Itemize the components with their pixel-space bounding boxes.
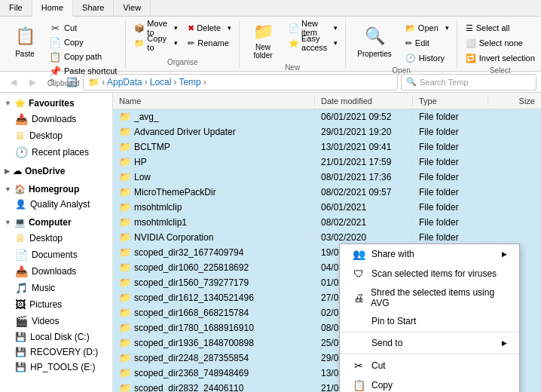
tab-file[interactable]: File: [0, 0, 32, 16]
paste-shortcut-icon: 📌: [49, 66, 61, 77]
context-menu-item[interactable]: 🖨 Shred the selected items using AVG: [340, 283, 519, 312]
context-menu-item[interactable]: Send to ▶: [340, 334, 519, 352]
search-bar[interactable]: 🔍 Search Temp: [401, 74, 536, 90]
context-menu-item[interactable]: 📋 Copy: [340, 375, 519, 392]
delete-arrow[interactable]: ▾: [225, 21, 234, 35]
breadcrumb-local[interactable]: Local: [150, 77, 172, 87]
favourites-star-icon: ⭐: [14, 98, 26, 109]
move-to-button[interactable]: 📦 Move to: [130, 21, 171, 35]
table-row[interactable]: 📁msohtmlclip06/01/2021File folder: [113, 200, 541, 215]
nav-onedrive-header[interactable]: ▶ ☁ OneDrive: [0, 164, 112, 179]
context-menu-item-label: Pin to Start: [371, 316, 416, 326]
nav-computer-c-drive[interactable]: 💾 Local Disk (C:): [0, 329, 112, 345]
nav-computer-documents[interactable]: 📄 Documents: [0, 247, 112, 263]
desktop-folder-icon: 🖥: [15, 130, 26, 142]
copy-path-icon: 📋: [49, 51, 61, 63]
context-menu-item[interactable]: ✂ Cut: [340, 356, 519, 375]
table-row[interactable]: 📁Advanced Driver Updater29/01/2021 19:20…: [113, 124, 541, 139]
copy-to-button[interactable]: 📁 Copy to: [130, 36, 171, 50]
context-menu-item-label: Share with: [371, 249, 414, 259]
videos-icon: 🎬: [15, 315, 28, 327]
file-folder-icon: 📁: [119, 322, 131, 333]
file-folder-icon: 📁: [119, 201, 131, 213]
table-row[interactable]: 📁_avg_06/01/2021 09:52File folder: [113, 109, 541, 124]
rename-button[interactable]: ✏ Rename: [184, 36, 234, 50]
search-placeholder: Search Temp: [420, 78, 469, 87]
comp-desktop-icon: 🖥: [15, 232, 26, 244]
move-to-split: 📦 Move to ▾: [130, 21, 181, 35]
easy-access-split: ⭐ Easy access ▾: [285, 36, 341, 50]
properties-icon: 🔍: [362, 24, 387, 48]
select-all-button[interactable]: ☰ Select all: [462, 21, 539, 35]
nav-computer-music[interactable]: 🎵 Music: [0, 280, 112, 296]
file-folder-icon: 📁: [119, 382, 131, 392]
nav-section-favourites: ▼ ⭐ Favourites 📥 Downloads 🖥 Desktop 🕐 R…: [0, 96, 112, 161]
new-folder-button[interactable]: 📁 New folder: [244, 20, 282, 62]
tab-share[interactable]: Share: [73, 0, 114, 16]
onedrive-icon: ☁: [13, 166, 22, 176]
nav-computer-videos[interactable]: 🎬 Videos: [0, 313, 112, 329]
context-menu-arrow: ▶: [502, 339, 507, 347]
nav-item-downloads[interactable]: 📥 Downloads: [0, 111, 112, 127]
select-none-button[interactable]: ⬜ Select none: [462, 36, 539, 50]
move-to-arrow[interactable]: ▾: [171, 21, 181, 35]
new-group: 📁 New folder 📄 New item ▾ ⭐ Ea: [240, 20, 346, 68]
nav-item-desktop[interactable]: 🖥 Desktop: [0, 127, 112, 144]
context-menu-item-label: Copy: [371, 380, 393, 390]
table-row[interactable]: 📁msohtmlclip108/02/2021File folder: [113, 215, 541, 230]
nav-computer-downloads[interactable]: 📥 Downloads: [0, 263, 112, 280]
d-drive-icon: 💾: [15, 347, 26, 357]
new-item-split: 📄 New item ▾: [285, 21, 341, 35]
music-icon: 🎵: [15, 282, 28, 294]
history-icon: 🕐: [405, 54, 416, 63]
open-arrow[interactable]: ▾: [442, 21, 452, 35]
breadcrumb-folder-icon: 📁: [88, 77, 99, 87]
edit-icon: ✏: [405, 38, 412, 48]
context-menu-item-icon: 🛡: [352, 268, 365, 280]
new-item-arrow[interactable]: ▾: [331, 21, 341, 35]
nav-item-recent-places[interactable]: 🕐 Recent places: [0, 144, 112, 161]
nav-computer-d-drive[interactable]: 💾 RECOVERY (D:): [0, 345, 112, 360]
tab-view[interactable]: View: [114, 0, 151, 16]
paste-shortcut-button[interactable]: 📌 Paste shortcut: [45, 64, 121, 78]
col-header-type[interactable]: Type: [413, 96, 488, 106]
context-menu-item[interactable]: 🛡 Scan selected items for viruses: [340, 264, 519, 283]
nav-favourites-header[interactable]: ▼ ⭐ Favourites: [0, 96, 112, 111]
breadcrumb-appdata[interactable]: AppData: [107, 77, 142, 87]
copy-button[interactable]: 📄 Copy: [45, 35, 121, 49]
context-menu-item[interactable]: Pin to Start: [340, 312, 519, 330]
table-row[interactable]: 📁HP21/01/2021 17:59File folder: [113, 155, 541, 170]
context-menu-item-icon: ✂: [352, 360, 365, 372]
breadcrumb[interactable]: 📁 › AppData › Local › Temp ›: [83, 74, 398, 90]
easy-access-button[interactable]: ⭐ Easy access: [285, 36, 331, 50]
delete-button[interactable]: ✖ Delete: [184, 21, 225, 35]
invert-selection-button[interactable]: 🔁 Invert selection: [462, 51, 539, 65]
nav-computer-pictures[interactable]: 🖼 Pictures: [0, 296, 112, 313]
col-header-name[interactable]: Name: [113, 96, 315, 106]
open-button[interactable]: 📂 Open: [402, 21, 442, 35]
nav-computer-e-drive[interactable]: 💾 HP_TOOLS (E:): [0, 360, 112, 375]
nav-item-quality-analyst[interactable]: 👤 Quality Analyst: [0, 197, 112, 212]
new-item-button[interactable]: 📄 New item: [285, 21, 331, 35]
table-row[interactable]: 📁MicroThemePackDir08/02/2021 09:57File f…: [113, 185, 541, 200]
col-header-size[interactable]: Size: [488, 96, 541, 106]
paste-button[interactable]: 📋 Paste: [6, 20, 44, 62]
new-item-icon: 📄: [289, 23, 299, 33]
nav-homegroup-header[interactable]: ▼ 🏠 Homegroup: [0, 182, 112, 197]
tab-home[interactable]: Home: [32, 0, 73, 17]
copy-path-button[interactable]: 📋 Copy path: [45, 50, 121, 63]
cut-button[interactable]: ✂ Cut: [45, 21, 121, 35]
breadcrumb-temp[interactable]: Temp: [179, 77, 200, 87]
col-header-date[interactable]: Date modified: [315, 96, 413, 106]
history-button[interactable]: 🕐 History: [402, 51, 452, 65]
table-row[interactable]: 📁NVIDIA Corporation03/02/2020File folder: [113, 230, 541, 245]
easy-access-arrow[interactable]: ▾: [331, 36, 341, 50]
edit-button[interactable]: ✏ Edit: [402, 36, 452, 50]
nav-computer-header[interactable]: ▼ 💻 Computer: [0, 215, 112, 230]
table-row[interactable]: 📁BCLTMP13/01/2021 09:41File folder: [113, 139, 541, 155]
nav-computer-desktop[interactable]: 🖥 Desktop: [0, 230, 112, 247]
copy-to-arrow[interactable]: ▾: [171, 36, 181, 50]
properties-button[interactable]: 🔍 Properties: [350, 20, 399, 62]
table-row[interactable]: 📁Low08/01/2021 17:36File folder: [113, 170, 541, 185]
context-menu-item[interactable]: 👥 Share with ▶: [340, 244, 519, 264]
